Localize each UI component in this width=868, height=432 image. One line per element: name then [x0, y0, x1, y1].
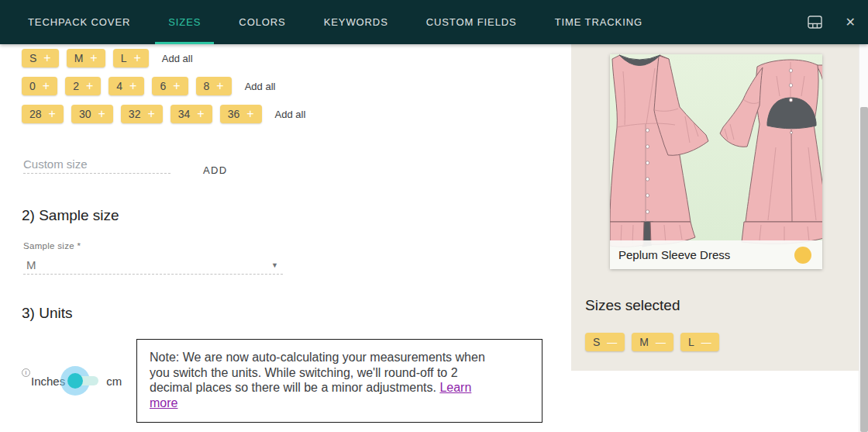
size-chip-label: 32	[129, 108, 141, 120]
tab-custom-fields[interactable]: CUSTOM FIELDS	[426, 0, 517, 44]
size-chip-s[interactable]: S +	[22, 49, 59, 67]
plus-icon: +	[129, 80, 136, 92]
selected-sizes-row: S — M — L —	[585, 333, 719, 351]
size-chip-label: 28	[29, 108, 42, 120]
cm-label: cm	[106, 375, 122, 388]
size-chip-0[interactable]: 0 +	[22, 77, 57, 95]
chevron-down-icon: ▼	[271, 261, 283, 269]
plus-icon: +	[43, 52, 50, 64]
plus-icon: +	[216, 80, 223, 92]
header-actions: ✕	[808, 0, 868, 44]
tab-colors[interactable]: COLORS	[239, 0, 285, 44]
preview-panel: Peplum Sleeve Dress Sizes selected S — M…	[571, 44, 859, 371]
size-chip-8[interactable]: 8 +	[196, 77, 232, 95]
size-chip-label: S	[29, 52, 36, 64]
add-custom-size-button[interactable]: ADD	[203, 164, 228, 176]
plus-icon: +	[147, 108, 154, 120]
size-row-waist: 28 + 30 + 32 + 34 + 36 + Add all	[22, 105, 305, 123]
size-chip-32[interactable]: 32 +	[121, 105, 163, 123]
units-heading: 3) Units	[22, 305, 72, 322]
size-chip-label: 30	[79, 108, 91, 120]
product-name: Peplum Sleeve Dress	[618, 248, 730, 261]
plus-icon: +	[98, 108, 105, 120]
size-chip-label: L	[121, 52, 127, 64]
size-chip-34[interactable]: 34 +	[170, 105, 212, 123]
plus-icon: +	[90, 52, 97, 64]
size-chip-label: 36	[228, 108, 240, 120]
minus-icon: —	[656, 337, 666, 347]
tab-sizes[interactable]: SIZES	[168, 0, 201, 44]
units-toggle-row: i Inches cm	[22, 370, 122, 392]
units-toggle[interactable]	[67, 371, 100, 391]
size-chip-label: 6	[160, 80, 166, 92]
plus-icon: +	[197, 108, 204, 120]
size-chip-28[interactable]: 28 +	[22, 105, 64, 123]
plus-icon: +	[173, 80, 180, 92]
colorway-dot[interactable]	[794, 247, 811, 264]
product-caption-bar: Peplum Sleeve Dress	[610, 240, 822, 269]
size-chip-36[interactable]: 36 +	[220, 105, 262, 123]
plus-icon: +	[246, 108, 253, 120]
size-options-area: S + M + L + Add all 0 + 2 + 4 + 6 +	[22, 49, 305, 133]
add-all-waist-link[interactable]: Add all	[275, 109, 306, 120]
minus-icon: —	[607, 337, 617, 347]
info-icon[interactable]: i	[22, 368, 30, 377]
size-row-numeric: 0 + 2 + 4 + 6 + 8 + Add all	[22, 77, 305, 95]
size-chip-label: 4	[116, 80, 122, 92]
modal-header: TECHPACK COVER SIZES COLORS KEYWORDS CUS…	[0, 0, 868, 44]
size-chip-label: 34	[178, 108, 191, 120]
size-chip-30[interactable]: 30 +	[71, 105, 113, 123]
product-card: Peplum Sleeve Dress	[610, 54, 822, 269]
size-chip-label: M	[74, 52, 84, 64]
size-chip-label: M	[639, 336, 649, 348]
selected-size-chip-s[interactable]: S —	[585, 333, 625, 351]
plus-icon: +	[134, 52, 141, 64]
plus-icon: +	[86, 80, 93, 92]
plus-icon: +	[43, 80, 50, 92]
scrollbar-thumb[interactable]	[860, 107, 868, 432]
custom-size-input[interactable]	[23, 155, 170, 174]
sizes-selected-heading: Sizes selected	[585, 297, 680, 314]
units-note-box: Note: We are now auto-calculating your m…	[136, 339, 542, 423]
sample-size-value: M	[23, 258, 36, 271]
size-row-letters: S + M + L + Add all	[22, 49, 305, 67]
note-text: Note: We are now auto-calculating your m…	[150, 351, 485, 394]
tab-time-tracking[interactable]: TIME TRACKING	[555, 0, 642, 44]
size-chip-l[interactable]: L +	[113, 49, 149, 67]
size-chip-6[interactable]: 6 +	[152, 77, 188, 95]
add-all-letters-link[interactable]: Add all	[162, 53, 193, 64]
selected-size-chip-m[interactable]: M —	[632, 333, 673, 351]
dress-sketch-illustration	[610, 54, 822, 269]
size-chip-label: 2	[73, 80, 79, 92]
size-chip-m[interactable]: M +	[67, 49, 105, 67]
minus-icon: —	[701, 337, 711, 347]
size-chip-label: 8	[204, 80, 210, 92]
size-chip-2[interactable]: 2 +	[65, 77, 101, 95]
size-chip-4[interactable]: 4 +	[108, 77, 144, 95]
sample-size-label: Sample size *	[23, 241, 81, 251]
close-icon[interactable]: ✕	[846, 15, 856, 29]
tab-techpack-cover[interactable]: TECHPACK COVER	[28, 0, 130, 44]
tab-keywords[interactable]: KEYWORDS	[324, 0, 388, 44]
size-chip-label: S	[593, 336, 600, 348]
scrollbar[interactable]	[859, 44, 868, 432]
size-chip-label: L	[688, 336, 694, 348]
selected-size-chip-l[interactable]: L —	[680, 333, 719, 351]
plus-icon: +	[49, 108, 56, 120]
sample-size-heading: 2) Sample size	[22, 207, 119, 224]
add-all-numeric-link[interactable]: Add all	[245, 81, 276, 92]
layout-panel-icon[interactable]	[808, 16, 822, 29]
size-chip-label: 0	[29, 80, 36, 92]
sample-size-select[interactable]: M ▼	[23, 256, 283, 275]
